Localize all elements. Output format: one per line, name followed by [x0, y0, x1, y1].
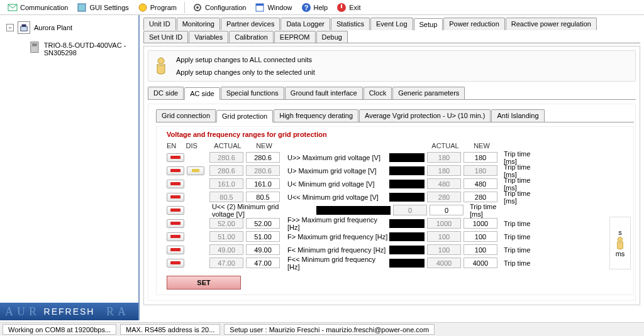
subtab-clock[interactable]: Clock	[364, 87, 392, 99]
subtab-special-functions[interactable]: Special functions	[221, 87, 284, 99]
new-value[interactable]	[246, 178, 280, 189]
menu-exit[interactable]: Exit	[333, 1, 364, 14]
subtab2-grid-connection[interactable]: Grid connection	[156, 109, 216, 122]
tab-set-unit-id[interactable]: Set Unit ID	[143, 31, 188, 43]
actual-trip	[427, 152, 461, 163]
subtab-ground-fault-interface[interactable]: Ground fault interface	[285, 87, 363, 99]
trip-label: Trip time	[500, 233, 544, 241]
bar-icon	[389, 219, 425, 228]
bar-icon	[316, 206, 391, 215]
menu-help[interactable]: ? Help	[297, 1, 332, 14]
tab-debug[interactable]: Debug	[316, 31, 348, 43]
separator	[184, 2, 185, 13]
menu-label: Exit	[349, 4, 360, 11]
tree-root[interactable]: − Aurora Plant	[5, 20, 133, 35]
menu-communication[interactable]: Communication	[4, 1, 72, 14]
refresh-button[interactable]: AUR RA REFRESH	[0, 303, 138, 320]
actual-trip	[427, 231, 461, 242]
menu-gui-settings[interactable]: GUI Settings	[73, 1, 132, 14]
enable-switch[interactable]	[167, 219, 184, 228]
menu-window[interactable]: Window	[251, 1, 296, 14]
menu-label: Program	[150, 4, 177, 11]
new-value[interactable]	[246, 244, 280, 255]
tab-reactive-power-regulation[interactable]: Reactive power regulation	[506, 18, 597, 30]
new-trip[interactable]	[464, 244, 497, 255]
inverter-icon	[30, 41, 39, 57]
device-tree-pane: − Aurora Plant TRIO-8.5-OUTD-400VAC - SN…	[0, 15, 140, 320]
svg-text:?: ?	[304, 4, 308, 11]
tab-variables[interactable]: Variables	[189, 31, 228, 43]
row-label: U<< (2) Minimum grid voltage [V]	[209, 203, 282, 218]
sub-tabstrip: DC sideAC sideSpecial functionsGround fa…	[148, 87, 636, 100]
enable-switch[interactable]	[167, 153, 184, 162]
tab-power-reduction[interactable]: Power reduction	[443, 18, 505, 30]
new-trip[interactable]	[464, 257, 497, 268]
subtab-generic-parameters[interactable]: Generic parameters	[392, 87, 465, 99]
trip-label: Trip time	[500, 259, 544, 267]
new-value	[246, 165, 280, 176]
new-trip[interactable]	[464, 152, 497, 163]
menu-program[interactable]: Program	[134, 1, 180, 14]
svg-rect-11	[21, 26, 28, 31]
new-trip[interactable]	[464, 218, 497, 229]
new-value[interactable]	[246, 152, 280, 163]
enable-switch[interactable]	[167, 206, 184, 215]
tab-event-log[interactable]: Event Log	[370, 18, 413, 30]
enable-switch[interactable]	[167, 232, 184, 241]
new-value[interactable]	[246, 218, 280, 229]
new-trip[interactable]	[430, 205, 464, 215]
tab-calibration[interactable]: Calibration	[229, 31, 274, 43]
collapse-icon[interactable]: −	[6, 24, 14, 31]
actual-value	[209, 165, 243, 176]
enable-switch[interactable]	[167, 166, 184, 175]
bar-icon	[389, 153, 425, 162]
enable-switch[interactable]	[167, 193, 184, 202]
disable-switch[interactable]	[187, 166, 204, 175]
tab-monitoring[interactable]: Monitoring	[177, 18, 220, 30]
subtab-dc-side[interactable]: DC side	[148, 87, 184, 99]
tab-statistics[interactable]: Statistics	[331, 18, 370, 30]
enable-switch[interactable]	[167, 259, 184, 268]
status-max: MAX. RS485 address is 20...	[120, 324, 220, 335]
tab-data-logger[interactable]: Data Logger	[280, 18, 330, 30]
subtab2-high-frequency-derating[interactable]: High frequency derating	[274, 109, 358, 122]
svg-rect-10	[341, 4, 342, 8]
sub-tabstrip-2: Grid connectionGrid protectionHigh frequ…	[156, 109, 634, 122]
tab-unit-id[interactable]: Unit ID	[143, 18, 176, 30]
bar-icon	[389, 166, 425, 175]
tree-device[interactable]: TRIO-8.5-OUTD-400VAC - SN305298	[30, 41, 133, 57]
actual-trip	[393, 205, 427, 215]
subtab2-anti-islanding[interactable]: Anti Islanding	[491, 109, 544, 122]
new-trip[interactable]	[464, 192, 497, 202]
trip-label: Trip time	[500, 220, 544, 227]
subtab2-grid-protection[interactable]: Grid protection	[216, 110, 273, 122]
section-title: Voltage and frequency ranges for grid pr…	[159, 131, 631, 138]
actual-value	[209, 192, 243, 202]
menu-configuration[interactable]: Configuration	[189, 1, 250, 14]
svg-rect-12	[22, 24, 26, 27]
menu-label: Help	[314, 4, 328, 11]
new-value[interactable]	[246, 231, 280, 242]
tab-eeprom[interactable]: EEPROM	[274, 31, 316, 43]
tab-partner-devices[interactable]: Partner devices	[221, 18, 280, 30]
bar-icon	[389, 259, 425, 268]
enable-switch[interactable]	[167, 246, 184, 254]
communication-icon	[8, 3, 18, 13]
new-value[interactable]	[246, 257, 280, 268]
actual-trip	[427, 244, 461, 255]
new-trip[interactable]	[464, 231, 497, 242]
enable-switch[interactable]	[167, 180, 184, 188]
table-row: F>> Maximum grid frequency [Hz]Trip time	[159, 217, 609, 230]
new-trip[interactable]	[464, 178, 497, 189]
grid-protection-section: Voltage and frequency ranges for grid pr…	[156, 126, 634, 295]
actual-value	[209, 178, 243, 189]
table-row: U>> Maximum grid voltage [V]Trip time [m…	[159, 151, 631, 164]
new-value[interactable]	[246, 192, 280, 202]
set-button[interactable]: SET	[167, 276, 241, 290]
window-icon	[255, 3, 265, 13]
subtab2-average-vgrid-protection-u-10-min-[interactable]: Average Vgrid protection - U> (10 min.)	[359, 109, 491, 122]
subtab-ac-side[interactable]: AC side	[184, 87, 220, 100]
status-com: Working on COM8 at 19200bps...	[3, 324, 116, 335]
row-label: F> Maximum grid frequency [Hz]	[282, 233, 389, 241]
tab-setup[interactable]: Setup	[414, 18, 443, 31]
